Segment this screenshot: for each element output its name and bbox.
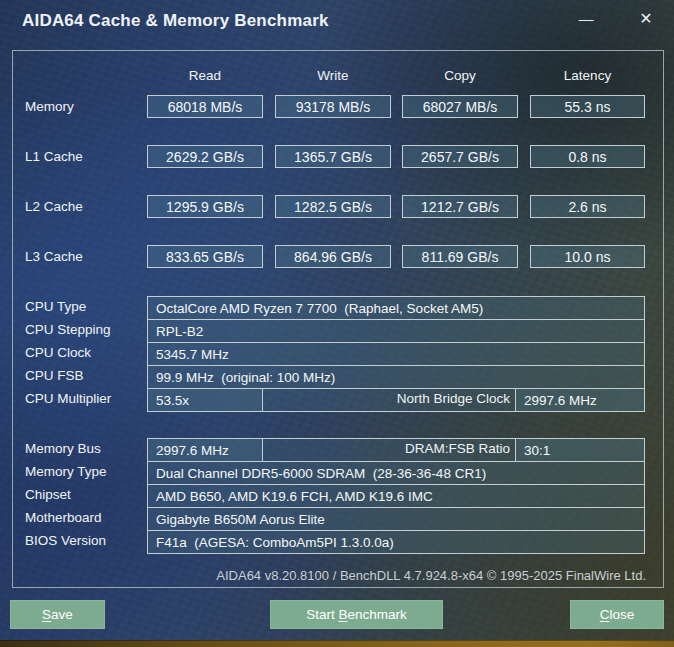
field-value: AMD B650, AMD K19.6 FCH, AMD K19.6 IMC bbox=[156, 489, 433, 504]
row-label-bios-version: BIOS Version bbox=[25, 533, 106, 548]
row-label-cpu-multiplier: CPU Multiplier bbox=[25, 391, 111, 406]
result-value: 2.6 ns bbox=[568, 199, 606, 215]
row-label-l1-cache: L1 Cache bbox=[25, 149, 83, 164]
dram-fsb-ratio-label: DRAM:FSB Ratio bbox=[330, 441, 510, 456]
save-button[interactable]: Save bbox=[10, 600, 105, 629]
minimize-icon: — bbox=[579, 10, 594, 27]
result-value: 68027 MB/s bbox=[423, 99, 498, 115]
field-value: 2997.6 MHz bbox=[524, 393, 597, 408]
row-label-cpu-stepping: CPU Stepping bbox=[25, 322, 111, 337]
row-label-l3-cache: L3 Cache bbox=[25, 249, 83, 264]
window-bottom-edge bbox=[0, 640, 674, 647]
north-bridge-clock-field: 2997.6 MHz bbox=[515, 388, 645, 412]
row-label-l2-cache: L2 Cache bbox=[25, 199, 83, 214]
chipset-field: AMD B650, AMD K19.6 FCH, AMD K19.6 IMC bbox=[147, 484, 645, 508]
motherboard-field: Gigabyte B650M Aorus Elite bbox=[147, 507, 645, 531]
result-value: 864.96 GB/s bbox=[294, 249, 372, 265]
field-value: Dual Channel DDR5-6000 SDRAM (28-36-36-4… bbox=[156, 466, 486, 481]
row-label-cpu-type: CPU Type bbox=[25, 299, 86, 314]
window-title: AIDA64 Cache & Memory Benchmark bbox=[22, 11, 329, 31]
cpu-fsb-field: 99.9 MHz (original: 100 MHz) bbox=[147, 365, 645, 389]
benchmark-window: AIDA64 Cache & Memory Benchmark — ✕ Read… bbox=[0, 0, 674, 647]
memory-type-field: Dual Channel DDR5-6000 SDRAM (28-36-36-4… bbox=[147, 461, 645, 485]
row-label-chipset: Chipset bbox=[25, 487, 71, 502]
row-label-cpu-fsb: CPU FSB bbox=[25, 368, 84, 383]
start-benchmark-button[interactable]: Start Benchmark bbox=[270, 600, 443, 629]
result-value: 1282.5 GB/s bbox=[294, 199, 372, 215]
column-header-read: Read bbox=[147, 68, 263, 83]
column-header-write: Write bbox=[275, 68, 391, 83]
field-value: 30:1 bbox=[524, 443, 550, 458]
memory-read-result: 68018 MB/s bbox=[147, 95, 263, 118]
cpu-clock-field: 5345.7 MHz bbox=[147, 342, 645, 366]
l1-read-result: 2629.2 GB/s bbox=[147, 145, 263, 168]
result-value: 68018 MB/s bbox=[168, 99, 243, 115]
result-value: 2657.7 GB/s bbox=[421, 149, 499, 165]
result-value: 55.3 ns bbox=[565, 99, 611, 115]
l2-read-result: 1295.9 GB/s bbox=[147, 195, 263, 218]
result-value: 93178 MB/s bbox=[296, 99, 371, 115]
version-text: AIDA64 v8.20.8100 / BenchDLL 4.7.924.8-x… bbox=[150, 568, 646, 583]
result-value: 0.8 ns bbox=[568, 149, 606, 165]
bios-version-field: F41a (AGESA: ComboAm5PI 1.3.0.0a) bbox=[147, 530, 645, 554]
l2-latency-result: 2.6 ns bbox=[530, 195, 645, 218]
field-value: 5345.7 MHz bbox=[156, 347, 229, 362]
row-label-motherboard: Motherboard bbox=[25, 510, 102, 525]
close-button[interactable]: ✕ bbox=[630, 4, 662, 32]
result-value: 811.69 GB/s bbox=[422, 249, 499, 265]
memory-write-result: 93178 MB/s bbox=[275, 95, 391, 118]
field-value: F41a (AGESA: ComboAm5PI 1.3.0.0a) bbox=[156, 535, 394, 550]
l1-copy-result: 2657.7 GB/s bbox=[402, 145, 518, 168]
field-value: RPL-B2 bbox=[156, 324, 203, 339]
l3-latency-result: 10.0 ns bbox=[530, 245, 645, 268]
field-value: OctalCore AMD Ryzen 7 7700 (Raphael, Soc… bbox=[156, 301, 483, 316]
l3-copy-result: 811.69 GB/s bbox=[402, 245, 518, 268]
result-value: 2629.2 GB/s bbox=[166, 149, 244, 165]
column-header-latency: Latency bbox=[530, 68, 645, 83]
l1-write-result: 1365.7 GB/s bbox=[275, 145, 391, 168]
start-benchmark-button-label: Start Benchmark bbox=[306, 607, 407, 622]
cpu-type-field: OctalCore AMD Ryzen 7 7700 (Raphael, Soc… bbox=[147, 296, 645, 320]
minimize-button[interactable]: — bbox=[570, 4, 602, 32]
field-value: 53.5x bbox=[156, 393, 189, 408]
row-label-memory-bus: Memory Bus bbox=[25, 441, 101, 456]
field-value: Gigabyte B650M Aorus Elite bbox=[156, 512, 325, 527]
row-label-memory: Memory bbox=[25, 99, 74, 114]
memory-bus-field: 2997.6 MHz bbox=[147, 438, 263, 462]
result-value: 10.0 ns bbox=[565, 249, 611, 265]
close-dialog-button-label: Close bbox=[600, 607, 635, 622]
l3-write-result: 864.96 GB/s bbox=[275, 245, 391, 268]
l3-read-result: 833.65 GB/s bbox=[147, 245, 263, 268]
result-value: 1365.7 GB/s bbox=[294, 149, 372, 165]
save-button-label: Save bbox=[42, 607, 73, 622]
row-label-memory-type: Memory Type bbox=[25, 464, 107, 479]
memory-copy-result: 68027 MB/s bbox=[402, 95, 518, 118]
field-value: 99.9 MHz (original: 100 MHz) bbox=[156, 370, 335, 385]
result-value: 833.65 GB/s bbox=[166, 249, 244, 265]
result-value: 1295.9 GB/s bbox=[166, 199, 244, 215]
l1-latency-result: 0.8 ns bbox=[530, 145, 645, 168]
column-header-copy: Copy bbox=[402, 68, 518, 83]
field-value: 2997.6 MHz bbox=[156, 443, 229, 458]
row-label-cpu-clock: CPU Clock bbox=[25, 345, 91, 360]
l2-copy-result: 1212.7 GB/s bbox=[402, 195, 518, 218]
l2-write-result: 1282.5 GB/s bbox=[275, 195, 391, 218]
cpu-multiplier-field: 53.5x bbox=[147, 388, 263, 412]
north-bridge-clock-label: North Bridge Clock bbox=[330, 391, 510, 406]
close-icon: ✕ bbox=[639, 9, 652, 28]
result-value: 1212.7 GB/s bbox=[421, 199, 499, 215]
dram-fsb-ratio-field: 30:1 bbox=[515, 438, 645, 462]
close-dialog-button[interactable]: Close bbox=[570, 600, 664, 629]
cpu-stepping-field: RPL-B2 bbox=[147, 319, 645, 343]
memory-latency-result: 55.3 ns bbox=[530, 95, 645, 118]
